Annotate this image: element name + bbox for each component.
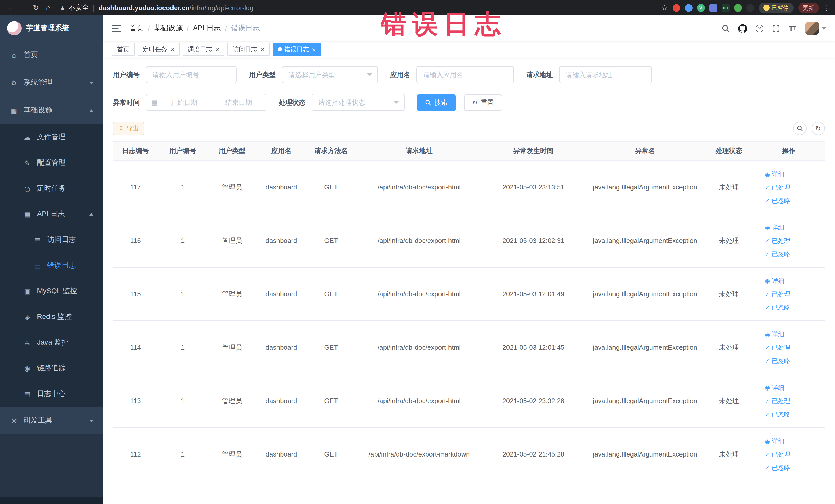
check-icon: ✓ <box>765 407 770 421</box>
column-header-time: 异常发生时间 <box>482 141 585 160</box>
sidebar-item-error-log[interactable]: ▤错误日志 <box>0 253 103 278</box>
sidebar-item-log-center[interactable]: ▤日志中心 <box>0 381 103 407</box>
cell-user_type: 管理员 <box>207 321 257 374</box>
browser-home-icon[interactable]: ⌂ <box>42 2 55 13</box>
sidebar-item-infrastructure[interactable]: ▦基础设施 <box>0 97 103 124</box>
cell-status: 未处理 <box>705 321 753 374</box>
search-icon[interactable] <box>722 24 730 32</box>
sidebar-item-scheduled-tasks[interactable]: ◷定时任务 <box>0 176 103 201</box>
ignored-link[interactable]: ✓已忽略 <box>765 407 822 421</box>
processed-link[interactable]: ✓已处理 <box>765 287 822 301</box>
leaf-extension-icon[interactable] <box>734 4 741 12</box>
download-icon: ↧ <box>119 125 124 132</box>
sidebar-item-config-management[interactable]: ✎配置管理 <box>0 150 103 176</box>
breadcrumb-item[interactable]: 首页 <box>129 24 144 33</box>
breadcrumb-item[interactable]: API 日志 <box>193 24 221 33</box>
close-icon[interactable]: × <box>312 46 316 53</box>
avatar <box>805 22 819 35</box>
tab-访问日志[interactable]: 访问日志× <box>227 43 269 56</box>
sidebar-item-home[interactable]: ⌂首页 <box>0 41 103 69</box>
reset-button[interactable]: ↻ 重置 <box>464 94 502 110</box>
sidebar-item-link-tracing[interactable]: ◉链路追踪 <box>0 355 103 381</box>
sidebar-item-api-logs[interactable]: ▤API 日志 <box>0 201 103 227</box>
cell-status: 未处理 <box>705 374 753 427</box>
close-icon[interactable]: × <box>216 46 219 53</box>
exception-time-range-picker[interactable]: ▦ 开始日期 - 结束日期 <box>146 94 266 111</box>
cell-status: 未处理 <box>705 427 753 481</box>
hamburger-icon[interactable] <box>112 25 121 32</box>
record-extension-icon[interactable] <box>672 4 680 12</box>
browser-forward-icon[interactable]: → <box>18 2 30 13</box>
detail-link[interactable]: ◉详细 <box>765 274 822 287</box>
tab-调度日志[interactable]: 调度日志× <box>183 43 224 56</box>
toggle-search-button[interactable] <box>793 122 806 135</box>
doc-icon: ▤ <box>33 236 42 244</box>
tab-错误日志[interactable]: 错误日志× <box>272 43 321 56</box>
eye-icon: ◉ <box>765 381 770 394</box>
vue-devtools-extension-icon[interactable]: V <box>697 4 705 12</box>
sidebar-item-access-log[interactable]: ▤访问日志 <box>0 227 103 253</box>
update-button[interactable]: 更新 <box>798 2 819 13</box>
column-header-exception: 异常名 <box>585 141 705 160</box>
ignored-link[interactable]: ✓已忽略 <box>765 247 822 261</box>
browser-menu-icon[interactable]: ⋮ <box>823 4 830 12</box>
cell-user_id: 1 <box>158 267 207 321</box>
help-icon[interactable]: ? <box>756 24 763 32</box>
chevron-up-icon <box>89 213 94 216</box>
cell-exception: java.lang.IllegalArgumentException <box>585 321 705 374</box>
detail-link[interactable]: ◉详细 <box>765 221 822 234</box>
cell-method: GET <box>306 427 356 481</box>
export-button[interactable]: ↧ 导出 <box>113 122 144 135</box>
refresh-table-button[interactable]: ↻ <box>811 122 825 135</box>
font-size-icon[interactable]: TT <box>789 24 796 32</box>
tab-定时任务[interactable]: 定时任务× <box>138 43 179 56</box>
grid-extension-icon[interactable] <box>709 4 717 12</box>
eye-icon: ◉ <box>765 221 770 234</box>
on-badge-extension-icon[interactable]: on <box>721 4 729 12</box>
processed-link[interactable]: ✓已处理 <box>765 341 822 354</box>
cell-user_type: 管理员 <box>207 374 257 427</box>
fullscreen-icon[interactable] <box>772 24 780 32</box>
tab-首页[interactable]: 首页 <box>112 43 135 56</box>
water-drop-extension-icon[interactable] <box>685 4 692 12</box>
breadcrumb-item[interactable]: 基础设施 <box>154 24 183 33</box>
user-type-select[interactable]: 请选择用户类型 <box>282 66 378 83</box>
address-bar[interactable]: ▲ 不安全 | dashboard.yudao.iocoder.cn /infr… <box>60 3 253 12</box>
url-domain: dashboard.yudao.iocoder.cn <box>99 4 190 12</box>
close-icon[interactable]: × <box>170 46 174 53</box>
sidebar-item-file-management[interactable]: ☁文件管理 <box>0 124 103 150</box>
sidebar-item-mysql-monitor[interactable]: ▣MySQL 监控 <box>0 278 103 304</box>
app-name-input[interactable] <box>416 66 514 83</box>
paw-extension-icon[interactable] <box>746 4 754 12</box>
ignored-link[interactable]: ✓已忽略 <box>765 301 822 314</box>
sidebar-item-redis-monitor[interactable]: ◈Redis 监控 <box>0 304 103 330</box>
user-id-input[interactable] <box>146 66 237 83</box>
sidebar-item-system-management[interactable]: ⚙系统管理 <box>0 69 103 97</box>
user-avatar-menu[interactable] <box>805 22 826 35</box>
processed-link[interactable]: ✓已处理 <box>765 447 822 461</box>
processed-link[interactable]: ✓已处理 <box>765 181 822 194</box>
sidebar-item-dev-tools[interactable]: ⚒研发工具 <box>0 407 103 435</box>
github-icon[interactable] <box>738 24 747 33</box>
sidebar-item-java-monitor[interactable]: ☕Java 监控 <box>0 330 103 355</box>
browser-refresh-icon[interactable]: ↻ <box>30 2 42 13</box>
ignored-link[interactable]: ✓已忽略 <box>765 461 822 474</box>
processed-link[interactable]: ✓已处理 <box>765 234 822 247</box>
close-icon[interactable]: × <box>260 46 264 53</box>
search-button[interactable]: 搜索 <box>417 94 456 110</box>
ignored-link[interactable]: ✓已忽略 <box>765 194 822 207</box>
tags-view: 首页定时任务×调度日志×访问日志×错误日志× <box>103 41 835 58</box>
detail-link[interactable]: ◉详细 <box>765 167 822 181</box>
process-status-select[interactable]: 请选择处理状态 <box>312 94 405 111</box>
detail-link[interactable]: ◉详细 <box>765 327 822 341</box>
table-row: 1171管理员dashboardGET/api/infra/db-doc/exp… <box>113 160 825 214</box>
browser-back-icon[interactable]: ← <box>5 2 18 13</box>
paused-badge[interactable]: 已暂停 <box>758 2 793 13</box>
detail-link[interactable]: ◉详细 <box>765 434 822 447</box>
request-url-input[interactable] <box>559 66 652 83</box>
eye-icon: ◉ <box>765 274 770 287</box>
detail-link[interactable]: ◉详细 <box>765 381 822 394</box>
bookmark-star-icon[interactable]: ☆ <box>661 4 668 12</box>
ignored-link[interactable]: ✓已忽略 <box>765 354 822 367</box>
processed-link[interactable]: ✓已处理 <box>765 394 822 407</box>
